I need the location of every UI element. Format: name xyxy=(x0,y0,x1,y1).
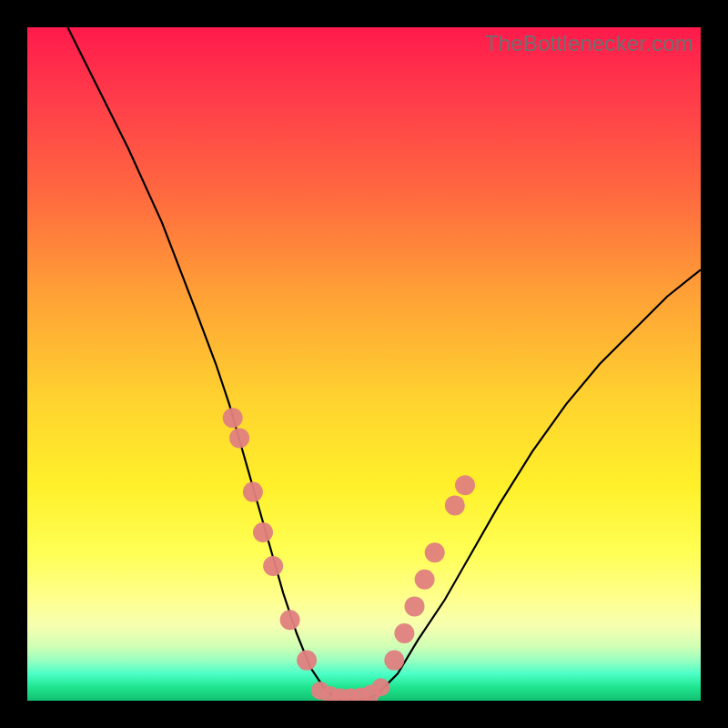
highlight-dot xyxy=(405,596,425,616)
bottleneck-curve-path xyxy=(67,27,701,701)
highlight-dot xyxy=(243,482,263,502)
highlight-dot xyxy=(455,475,475,495)
highlight-dot xyxy=(415,570,435,590)
highlight-dot xyxy=(263,556,283,576)
plot-area: TheBottlenecker.com xyxy=(27,27,701,701)
highlight-dot xyxy=(372,678,390,696)
highlight-dot xyxy=(445,495,465,515)
highlight-dot xyxy=(297,651,317,671)
highlight-dot xyxy=(253,522,273,542)
highlight-dot xyxy=(280,610,300,630)
highlight-dot xyxy=(394,623,414,643)
bottleneck-chart xyxy=(27,27,701,701)
highlight-dot xyxy=(223,408,243,428)
highlight-dots xyxy=(223,408,475,701)
highlight-dot xyxy=(425,542,445,562)
highlight-dot xyxy=(229,428,249,448)
outer-frame: TheBottlenecker.com xyxy=(0,0,728,728)
highlight-dot xyxy=(384,651,404,671)
